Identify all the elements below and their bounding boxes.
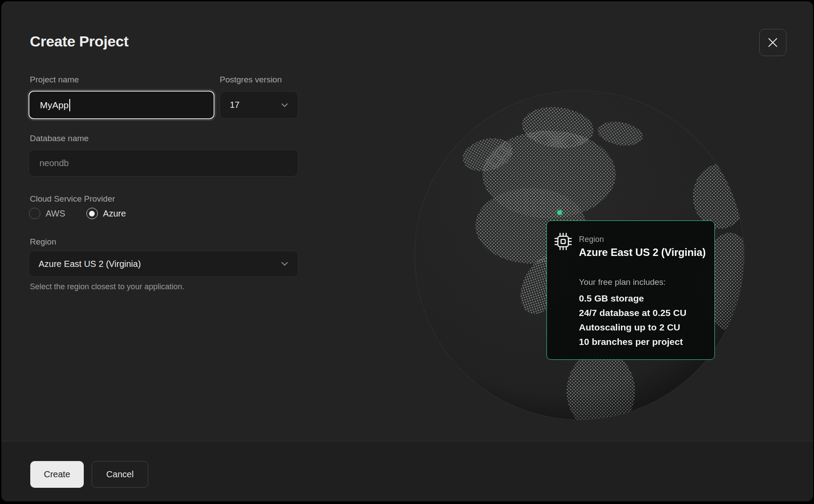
page-title: Create Project	[30, 33, 129, 50]
project-name-input[interactable]: MyApp	[29, 91, 214, 119]
region-select[interactable]: Azure East US 2 (Virginia)	[29, 251, 298, 277]
plan-item-branches: 10 branches per project	[579, 334, 686, 349]
create-button[interactable]: Create	[30, 461, 84, 488]
region-value: Azure East US 2 (Virginia)	[39, 259, 141, 269]
close-icon	[767, 37, 778, 48]
radio-selected-dot	[89, 211, 95, 217]
database-name-placeholder: neondb	[39, 158, 69, 168]
tooltip-plan-list: 0.5 GB storage 24/7 database at 0.25 CU …	[579, 291, 686, 349]
cpu-chip-icon	[554, 232, 572, 251]
radio-azure[interactable]	[86, 208, 98, 219]
radio-aws-label[interactable]: AWS	[46, 209, 65, 219]
create-project-modal: Create Project Project name MyApp Postgr…	[1, 1, 813, 501]
project-name-label: Project name	[30, 75, 79, 85]
database-name-label: Database name	[30, 134, 89, 143]
text-caret	[69, 99, 70, 111]
plan-item-storage: 0.5 GB storage	[579, 291, 686, 305]
radio-aws[interactable]	[29, 208, 40, 219]
tooltip-plan-heading: Your free plan includes:	[579, 277, 666, 287]
cloud-provider-radio-group: AWS Azure	[29, 207, 126, 220]
region-helper-text: Select the region closest to your applic…	[30, 282, 184, 291]
postgres-version-value: 17	[230, 100, 239, 110]
postgres-version-label: Postgres version	[220, 75, 282, 85]
database-name-input[interactable]: neondb	[29, 149, 298, 177]
tooltip-region-label: Region	[579, 235, 604, 244]
cancel-button[interactable]: Cancel	[92, 461, 148, 488]
close-button[interactable]	[759, 29, 786, 56]
region-label: Region	[30, 237, 56, 247]
plan-item-database: 24/7 database at 0.25 CU	[579, 305, 686, 320]
project-name-value: MyApp	[40, 100, 68, 110]
cloud-provider-label: Cloud Service Provider	[30, 194, 115, 204]
region-tooltip-card: Region Azure East US 2 (Virginia) Your f…	[546, 220, 715, 360]
postgres-version-select[interactable]: 17	[220, 91, 298, 119]
dialog-footer: Create Cancel	[1, 441, 813, 501]
tooltip-region-title: Azure East US 2 (Virginia)	[579, 246, 706, 259]
plan-item-autoscaling: Autoscaling up to 2 CU	[579, 320, 686, 334]
create-project-dialog-screen: Create Project Project name MyApp Postgr…	[0, 0, 814, 504]
radio-azure-label[interactable]: Azure	[103, 209, 126, 219]
chevron-down-icon	[281, 262, 288, 266]
region-map-marker[interactable]	[557, 210, 562, 215]
chevron-down-icon	[281, 103, 288, 107]
